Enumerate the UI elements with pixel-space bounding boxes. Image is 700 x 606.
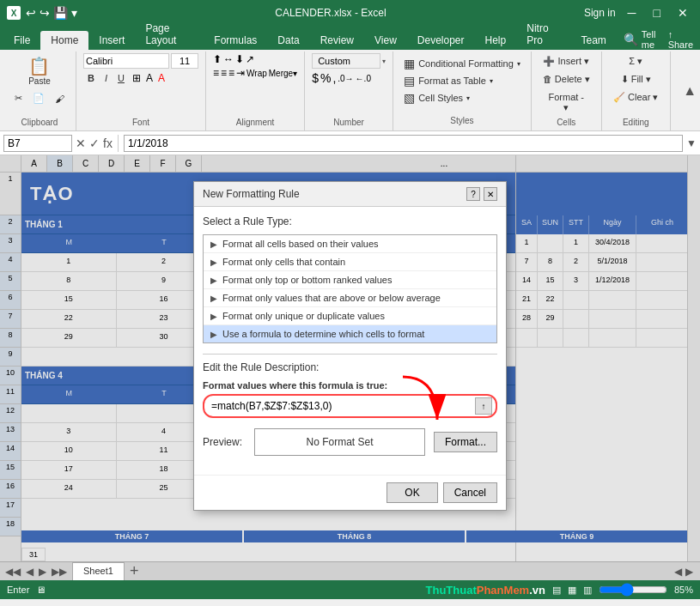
insert-cells-btn[interactable]: ➕ Insert ▾ [539,53,594,70]
delete-cells-btn[interactable]: 🗑 Delete ▾ [539,71,594,88]
indent-btn[interactable]: ⇥ [236,67,245,79]
fat-arrow: ▾ [490,77,493,85]
number-format-dropdown[interactable]: Custom [312,53,380,69]
view-normal-btn[interactable]: ▤ [552,585,561,596]
dialog-close-btn[interactable]: ✕ [484,187,497,201]
tab-file[interactable]: File [3,31,40,50]
border-btn[interactable]: ⊞ [131,70,143,86]
rule-all-cells[interactable]: ▶ Format all cells based on their values [204,235,496,253]
search-icon[interactable]: 🔍 [624,33,638,46]
copy-btn[interactable]: 📄 [28,90,49,106]
wrap-text-btn[interactable]: Wrap [247,69,267,78]
restore-btn[interactable]: □ [648,6,666,20]
tab-team[interactable]: Team [571,31,617,50]
add-sheet-btn[interactable]: + [125,562,144,580]
align-middle-btn[interactable]: ↔ [223,53,234,65]
format-cells-btn[interactable]: Format - ▾ [539,89,594,116]
merge-btn[interactable]: Merge▾ [269,69,297,78]
tab-view[interactable]: View [364,31,407,50]
sheet-nav-next[interactable]: ▶ [37,566,48,578]
clipboard-label: Clipboard [21,116,58,129]
rule-unique-duplicate[interactable]: ▶ Format only unique or duplicate values [204,307,496,325]
dec-increase-btn[interactable]: .0→ [338,74,353,83]
tab-nitro[interactable]: Nitro Pro [516,19,570,50]
cancel-formula-btn[interactable]: ✕ [76,136,86,150]
cut-btn[interactable]: ✂ [10,90,27,106]
tab-data[interactable]: Data [267,31,309,50]
paste-btn[interactable]: 📋 Paste [24,53,55,88]
signin-link[interactable]: Sign in [584,7,616,19]
align-center-btn[interactable]: ≡ [221,67,227,79]
bold-btn[interactable]: B [83,70,99,86]
rule-cells-contain[interactable]: ▶ Format only cells that contain [204,253,496,271]
currency-btn[interactable]: $ [312,71,319,85]
font-name-input[interactable] [83,53,169,69]
format-painter-btn[interactable]: 🖌 [51,91,69,106]
format-as-table-btn[interactable]: ▤ Format as Table ▾ [400,72,524,89]
formatting-rule-dialog: New Formatting Rule ? ✕ Select a Rule Ty… [193,181,507,511]
minimize-btn[interactable]: ─ [623,6,642,20]
rule-formula[interactable]: ▶ Use a formula to determine which cells… [204,325,496,342]
cell-styles-btn[interactable]: ▧ Cell Styles ▾ [400,89,524,106]
conditional-formatting-btn[interactable]: ▦ Conditional Formatting ▾ [400,55,524,72]
number-group: Custom ▾ $ % , .0→ ←.0 Number [305,52,393,130]
tab-page-layout[interactable]: Page Layout [135,19,204,50]
scroll-left-btn[interactable]: ◀ [674,566,682,578]
close-btn[interactable]: ✕ [673,6,693,20]
align-bottom-btn[interactable]: ⬇ [235,53,244,65]
dialog-help-btn[interactable]: ? [466,187,480,201]
align-top-btn[interactable]: ⬆ [213,53,222,65]
styles-label: Styles [400,114,524,127]
cancel-button[interactable]: Cancel [443,482,497,503]
percent-btn[interactable]: % [320,71,331,85]
view-page-btn[interactable]: ▥ [583,585,592,596]
clear-btn[interactable]: 🧹 Clear ▾ [609,89,662,106]
align-left-btn[interactable]: ≡ [213,67,219,79]
number-format-arrow[interactable]: ▾ [382,58,386,65]
formula-ref-btn[interactable]: ↑ [475,397,492,415]
alignment-label: Alignment [236,116,274,129]
italic-btn[interactable]: I [100,70,112,86]
rule-above-below[interactable]: ▶ Format only values that are above or b… [204,289,496,307]
text-direction-btn[interactable]: ↗ [246,53,254,65]
rule-top-bottom[interactable]: ▶ Format only top or bottom ranked value… [204,271,496,289]
zoom-slider[interactable] [599,583,667,597]
confirm-formula-btn[interactable]: ✓ [89,136,100,150]
dec-decrease-btn[interactable]: ←.0 [356,74,371,83]
format-button[interactable]: Format... [434,432,497,452]
view-layout-btn[interactable]: ▦ [568,585,576,596]
save-btn[interactable]: 💾 [53,6,68,20]
tab-insert[interactable]: Insert [88,31,135,50]
ok-button[interactable]: OK [387,482,437,503]
underline-btn[interactable]: U [113,70,129,86]
tab-help[interactable]: Help [475,31,517,50]
formula-expand-btn[interactable]: ▼ [686,137,697,149]
share-btn[interactable]: ↑ Share [668,29,693,50]
tab-home[interactable]: Home [40,31,88,50]
fill-color-btn[interactable]: A [144,70,155,86]
align-right-btn[interactable]: ≡ [228,67,234,79]
redo-btn[interactable]: ↪ [40,6,50,20]
comma-btn[interactable]: , [332,71,336,85]
formula-input[interactable] [124,135,683,152]
tab-review[interactable]: Review [310,31,364,50]
formula-input-container: ↑ [203,394,497,418]
name-box[interactable] [3,135,72,152]
customize-btn[interactable]: ▾ [71,6,77,20]
ribbon-collapse-btn[interactable]: ▲ [683,83,697,99]
sheet-nav-prev[interactable]: ◀ [24,566,35,578]
autosum-btn[interactable]: Σ ▾ [609,53,662,70]
insert-function-btn[interactable]: fx [103,136,113,150]
tab-developer[interactable]: Developer [407,31,475,50]
font-size-input[interactable] [171,53,198,69]
undo-btn[interactable]: ↩ [26,6,36,20]
preview-label: Preview: [203,436,246,448]
tab-formulas[interactable]: Formulas [204,31,267,50]
sheet-nav-last[interactable]: ▶▶ [50,566,69,578]
sheet-tab-sheet1[interactable]: Sheet1 [72,562,125,580]
tell-me-label[interactable]: Tell me [642,29,665,50]
fill-btn[interactable]: ⬇ Fill ▾ [609,71,662,88]
scroll-right-btn[interactable]: ▶ [685,566,693,578]
font-color-btn[interactable]: A [156,70,167,86]
sheet-nav-first[interactable]: ◀◀ [3,566,22,578]
